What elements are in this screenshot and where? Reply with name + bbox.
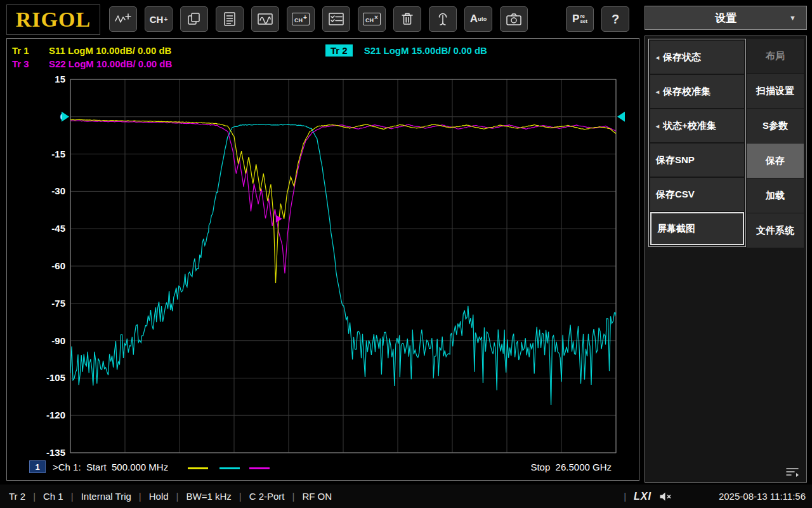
trace3-color-swatch <box>249 467 270 469</box>
status-item-tr-2[interactable]: Tr 2 <box>9 491 25 502</box>
channel-info-row: 1 >Ch 1: Start 500.000 MHz Stop 26.5000 … <box>7 458 639 477</box>
add-channel-button[interactable]: CH+ <box>145 6 173 32</box>
screenshot-button[interactable] <box>500 6 528 32</box>
delete-button[interactable] <box>393 6 421 32</box>
trace2-color-swatch <box>219 467 240 469</box>
menu-item-label: 保存CSV <box>656 189 695 201</box>
datetime-label: 2025-08-13 11:11:56 <box>719 491 806 502</box>
status-item-ch-1[interactable]: Ch 1 <box>43 491 63 502</box>
add-trace-button[interactable] <box>109 6 137 32</box>
trace2-legend[interactable]: Tr 2 S21 LogM 15.00dB/ 0.00 dB <box>325 44 487 57</box>
menu-collapse-icon <box>785 467 800 477</box>
menu-item-save-state[interactable]: ◂保存状态 <box>650 41 744 74</box>
trace2-active-badge: Tr 2 <box>325 44 353 57</box>
trace-checklist-icon <box>328 11 344 27</box>
separator: | <box>176 491 179 502</box>
trace-window-icon <box>257 11 273 27</box>
status-right: | LXI 2025-08-13 11:11:56 <box>624 491 806 502</box>
svg-text:-75: -75 <box>51 298 65 309</box>
separator: | <box>139 491 141 502</box>
submenu-arrow-icon: ◂ <box>656 88 659 95</box>
svg-text:-60: -60 <box>51 260 65 271</box>
separator: | <box>33 491 36 502</box>
menu-item-save-snp[interactable]: 保存SNP <box>650 144 744 177</box>
preset-button[interactable]: P reset <box>566 6 594 32</box>
menu-item-save-cal-set[interactable]: ◂保存校准集 <box>650 75 744 108</box>
menu-tab-file-system[interactable]: 文件系统 <box>747 213 804 248</box>
status-item-bw-1-khz[interactable]: BW=1 kHz <box>187 491 232 502</box>
delete-channel-button[interactable]: CH× <box>358 6 386 32</box>
separator: | <box>239 491 242 502</box>
touch-icon <box>435 11 450 27</box>
channel-number-badge[interactable]: 1 <box>29 460 46 473</box>
menu-item-save-csv[interactable]: 保存CSV <box>650 178 744 211</box>
svg-text:-15: -15 <box>51 149 65 159</box>
status-item-c-2-port[interactable]: C 2-Port <box>249 491 285 502</box>
rigol-logo: RIGOL <box>6 4 100 35</box>
channel-start-label[interactable]: >Ch 1: Start 500.000 MHz <box>53 462 168 472</box>
trace3-id: Tr 3 <box>12 58 37 69</box>
auto-scale-button[interactable]: Auto <box>464 6 492 32</box>
top-toolbar: RIGOL CH+ <box>0 0 812 38</box>
trash-icon <box>400 11 414 27</box>
channel-stop-label[interactable]: Stop 26.5000 GHz <box>530 462 612 472</box>
separator: | <box>624 491 626 502</box>
copy-icon <box>187 11 202 27</box>
trace-add-icon <box>114 11 132 27</box>
trace3-legend[interactable]: Tr 3 S22 LogM 10.00dB/ 0.00 dB <box>12 58 172 69</box>
status-item-rf-on[interactable]: RF ON <box>302 491 332 502</box>
trace3-detail: S22 LogM 10.00dB/ 0.00 dB <box>49 58 172 69</box>
trace-config-button[interactable] <box>322 6 350 32</box>
copy-channel-button[interactable] <box>180 6 208 32</box>
status-bar: Tr 2|Ch 1|Internal Trig|Hold|BW=1 kHz|C … <box>0 485 812 508</box>
separator: | <box>71 491 74 502</box>
svg-text:-135: -135 <box>46 447 65 458</box>
menu-tab-s-params[interactable]: S参数 <box>747 109 804 143</box>
status-item-internal-trig[interactable]: Internal Trig <box>81 491 131 502</box>
channel-window-icon: CH+ <box>292 13 310 25</box>
menu-tab-layout[interactable]: 布局 <box>747 39 804 73</box>
menu-tab-sweep-setup[interactable]: 扫描设置 <box>747 74 804 108</box>
vna-screen: RIGOL CH+ <box>0 0 812 508</box>
menu-item-group: ◂保存状态◂保存校准集◂状态+校准集保存SNP保存CSV屏幕截图 <box>648 39 746 247</box>
svg-text:-120: -120 <box>46 410 65 420</box>
new-channel-window-button[interactable]: CH+ <box>287 6 315 32</box>
settings-dropdown[interactable]: 设置 ▼ <box>645 6 807 30</box>
svg-text:-105: -105 <box>46 372 65 383</box>
measurement-list-icon <box>222 11 237 27</box>
auto-label: A <box>470 13 478 25</box>
camera-icon <box>506 12 522 26</box>
trace2-detail: S21 LogM 15.00dB/ 0.00 dB <box>364 45 487 56</box>
softkey-menu-panel: ◂保存状态◂保存校准集◂状态+校准集保存SNP保存CSV屏幕截图 布局扫描设置S… <box>645 36 807 483</box>
measurement-display: 150-15-30-45-60-75-90-105-120-135 Tr 1 S… <box>6 38 639 481</box>
touch-toggle-button[interactable] <box>429 6 457 32</box>
menu-item-screenshot[interactable]: 屏幕截图 <box>650 212 744 245</box>
lxi-logo: LXI <box>634 491 652 502</box>
measure-setup-button[interactable] <box>216 6 244 32</box>
preset-small-label: reset <box>580 14 587 24</box>
svg-text:15: 15 <box>55 74 65 84</box>
trace1-legend[interactable]: Tr 1 S11 LogM 10.00dB/ 0.00 dB <box>12 45 171 56</box>
help-button[interactable]: ? <box>601 6 629 32</box>
svg-text:-45: -45 <box>51 223 65 234</box>
svg-text:-90: -90 <box>51 335 65 346</box>
sparameter-plot[interactable]: 150-15-30-45-60-75-90-105-120-135 <box>7 39 640 481</box>
menu-item-state-plus-cal-set[interactable]: ◂状态+校准集 <box>650 109 744 142</box>
trace1-color-swatch <box>188 467 208 469</box>
menu-tab-group: 布局扫描设置S参数保存加载文件系统 <box>747 39 804 248</box>
speaker-mute-icon[interactable] <box>659 491 672 502</box>
ch-label: CH <box>150 14 164 25</box>
trace1-detail: S11 LogM 10.00dB/ 0.00 dB <box>49 45 171 56</box>
menu-tab-load[interactable]: 加载 <box>747 178 804 213</box>
menu-item-label: 状态+校准集 <box>663 120 716 132</box>
plus-icon: + <box>164 16 167 23</box>
chevron-down-icon: ▼ <box>789 14 796 22</box>
separator: | <box>292 491 295 502</box>
svg-text:-30: -30 <box>51 185 65 196</box>
trace1-id: Tr 1 <box>12 45 37 56</box>
status-item-hold[interactable]: Hold <box>149 491 169 502</box>
settings-dropdown-label: 设置 <box>715 11 737 25</box>
menu-collapse-button[interactable] <box>783 465 801 478</box>
menu-tab-save[interactable]: 保存 <box>747 144 804 178</box>
new-trace-window-button[interactable] <box>251 6 279 32</box>
